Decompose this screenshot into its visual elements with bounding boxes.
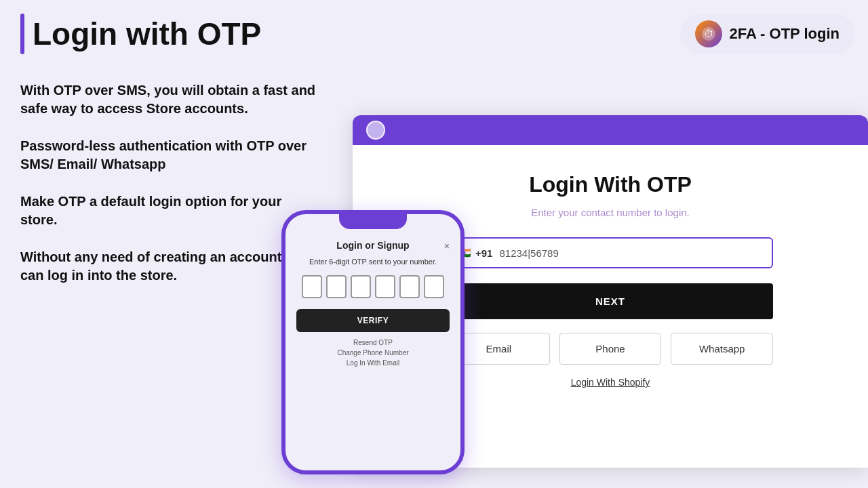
otp-box-1[interactable] <box>302 275 322 298</box>
otp-box-5[interactable] <box>399 275 420 298</box>
phone-code: +91 <box>475 247 492 259</box>
resend-otp-link[interactable]: Resend OTP <box>353 339 393 346</box>
browser-login-title: Login With OTP <box>529 172 692 197</box>
feature-item-3: Make OTP a default login option for your… <box>20 192 319 229</box>
svg-text:⏱: ⏱ <box>704 28 713 39</box>
feature-item-1: With OTP over SMS, you will obtain a fas… <box>20 81 319 118</box>
brand-label: 2FA - OTP login <box>729 25 840 43</box>
mobile-instruction: Enter 6-digit OTP sent to your number. <box>309 258 437 266</box>
feature-item-2: Password-less authentication with OTP ov… <box>20 137 319 174</box>
otp-box-2[interactable] <box>326 275 347 298</box>
browser-topbar <box>353 115 868 145</box>
brand-icon: ⏱ <box>695 20 722 47</box>
log-in-email-link[interactable]: Log In With Email <box>347 359 399 367</box>
whatsapp-channel-button[interactable]: Whatsapp <box>671 333 773 365</box>
otp-box-6[interactable] <box>424 275 444 298</box>
verify-button[interactable]: VERIFY <box>296 309 450 332</box>
left-panel: Login with OTP With OTP over SMS, you wi… <box>20 0 319 488</box>
next-button[interactable]: NEXT <box>448 283 773 319</box>
mobile-notch <box>339 214 407 229</box>
mobile-content: Login or Signup × Enter 6-digit OTP sent… <box>285 236 460 375</box>
title-accent-bar <box>20 14 24 54</box>
phone-input-container[interactable]: 🇮🇳 +91 81234|56789 <box>448 237 773 268</box>
mobile-close-button[interactable]: × <box>444 241 450 251</box>
feature-item-4: Without any need of creating an account,… <box>20 248 319 285</box>
otp-box-4[interactable] <box>375 275 395 298</box>
change-phone-link[interactable]: Change Phone Number <box>337 349 408 357</box>
mobile-mockup: Login or Signup × Enter 6-digit OTP sent… <box>281 210 465 474</box>
feature-list: With OTP over SMS, you will obtain a fas… <box>20 81 319 285</box>
brand-badge: ⏱ 2FA - OTP login <box>680 14 854 54</box>
browser-circle-button[interactable] <box>366 121 385 140</box>
title-container: Login with OTP <box>20 14 319 54</box>
browser-login-subtitle: Enter your contact number to login. <box>531 207 689 218</box>
otp-box-3[interactable] <box>351 275 371 298</box>
otp-input-boxes[interactable] <box>302 275 444 298</box>
channel-buttons: Email Phone Whatsapp <box>448 333 773 365</box>
phone-channel-button[interactable]: Phone <box>559 333 662 365</box>
shopify-login-link[interactable]: Login With Shopify <box>571 377 650 388</box>
phone-number-display: 81234|56789 <box>499 247 762 259</box>
mobile-dialog-title: Login or Signup <box>336 240 409 251</box>
page-title: Login with OTP <box>33 17 261 52</box>
mobile-links: Resend OTP Change Phone Number Log In Wi… <box>337 339 408 367</box>
